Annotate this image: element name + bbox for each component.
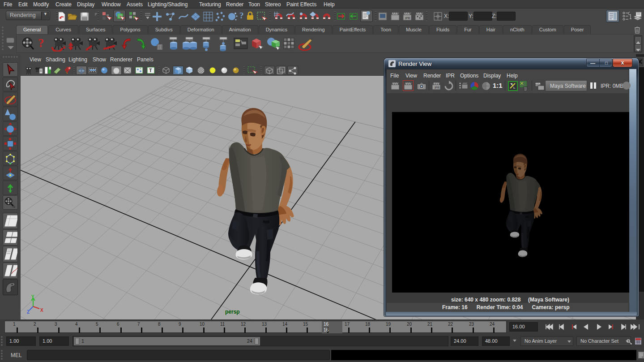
svg-text:IPR: IPR [405,17,410,20]
svg-text:Z: Z [27,310,30,315]
svg-text:T: T [149,68,152,73]
svg-text:IPR: IPR [435,86,439,89]
svg-text:X: X [40,308,43,313]
svg-text:Y: Y [31,294,34,299]
